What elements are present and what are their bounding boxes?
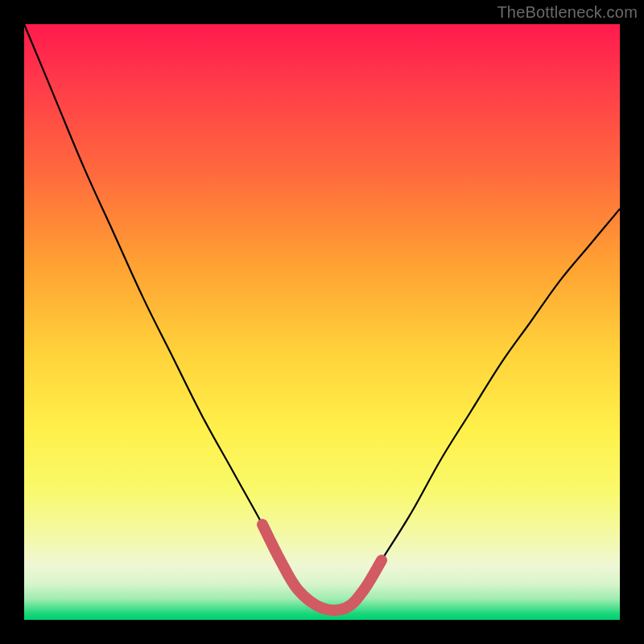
curve-layer: [24, 24, 620, 620]
chart-frame: TheBottleneck.com: [0, 0, 644, 644]
optimal-range-highlight: [262, 525, 382, 611]
plot-area: [24, 24, 620, 620]
bottleneck-curve: [24, 24, 620, 610]
watermark-text: TheBottleneck.com: [497, 3, 638, 22]
